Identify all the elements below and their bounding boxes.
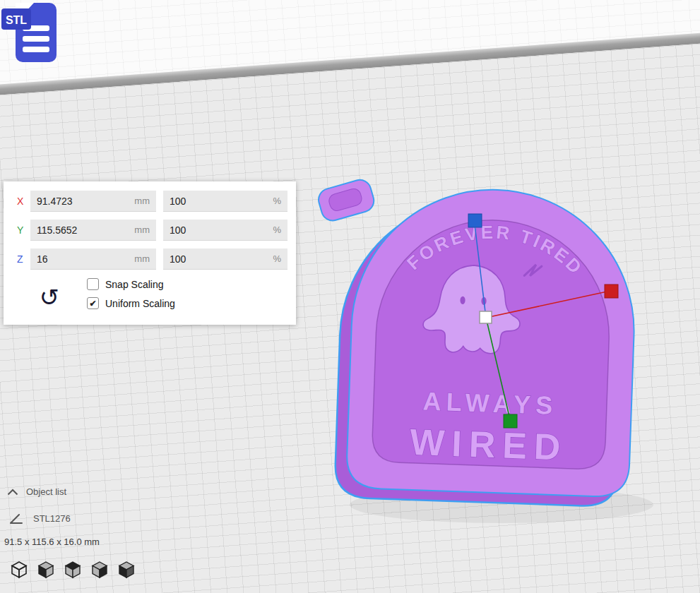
reset-scale-button[interactable]: ↺	[12, 278, 87, 316]
y-axis-label: Y	[12, 224, 30, 236]
x-axis-label: X	[12, 196, 30, 207]
z-axis-label: Z	[12, 253, 30, 265]
stl-badge-label: STL	[6, 14, 27, 26]
object-icon	[10, 513, 23, 524]
z-percent-field[interactable]: %	[163, 248, 287, 270]
y-percent-input[interactable]	[170, 224, 268, 236]
x-percent-field[interactable]: %	[163, 191, 287, 212]
chevron-up-icon	[7, 489, 18, 496]
z-size-unit: mm	[134, 253, 150, 264]
object-list-label: Object list	[26, 486, 66, 497]
y-size-unit: mm	[134, 224, 150, 235]
view-toolbar	[9, 560, 136, 579]
scale-row-y: Y mm %	[12, 220, 287, 241]
3d-view-icon[interactable]	[9, 560, 28, 579]
scale-row-z: Z mm %	[12, 248, 287, 270]
snap-scaling-label: Snap Scaling	[105, 279, 164, 290]
x-scale-handle[interactable]	[605, 284, 618, 298]
x-percent-unit: %	[273, 196, 281, 206]
viewport: FOREVER TIRED ALWAYS WIRED	[0, 0, 700, 593]
mold-word-always: ALWAYS	[422, 386, 558, 420]
front-view-icon[interactable]	[36, 560, 55, 579]
y-scale-handle[interactable]	[504, 414, 517, 428]
snap-scaling-option[interactable]: Snap Scaling	[87, 278, 287, 290]
z-scale-handle[interactable]	[468, 214, 482, 227]
y-percent-field[interactable]: %	[163, 220, 287, 241]
uniform-scaling-option[interactable]: ✔ Uniform Scaling	[87, 297, 287, 309]
scale-row-x: X mm %	[12, 191, 287, 212]
mold-tab	[316, 177, 376, 223]
z-size-field[interactable]: mm	[30, 248, 156, 270]
z-percent-unit: %	[273, 253, 281, 264]
uniform-scaling-checkbox[interactable]: ✔	[87, 297, 99, 309]
stl-file-icon: STL	[1, 0, 66, 71]
scale-options: ↺ Snap Scaling ✔ Uniform Scaling	[12, 278, 287, 316]
y-size-input[interactable]	[37, 224, 130, 236]
object-list-item[interactable]: STL1276	[10, 513, 71, 524]
scale-tool-panel: X mm % Y mm % Z mm	[4, 181, 296, 325]
x-size-unit: mm	[134, 196, 150, 206]
z-size-input[interactable]	[37, 253, 130, 265]
object-list-toggle[interactable]: Object list	[7, 486, 66, 497]
right-view-icon[interactable]	[117, 560, 136, 579]
object-name: STL1276	[33, 513, 71, 524]
y-percent-unit: %	[273, 224, 281, 235]
z-percent-input[interactable]	[170, 253, 268, 265]
left-view-icon[interactable]	[90, 560, 109, 579]
x-size-input[interactable]	[37, 196, 130, 207]
reset-scale-icon: ↺	[40, 285, 60, 309]
top-view-icon[interactable]	[63, 560, 82, 579]
uniform-scaling-label: Uniform Scaling	[105, 298, 175, 309]
x-size-field[interactable]: mm	[30, 191, 156, 212]
model-dimensions: 91.5 x 115.6 x 16.0 mm	[4, 537, 100, 547]
x-percent-input[interactable]	[170, 196, 268, 207]
mold-word-wired: WIRED	[409, 421, 568, 468]
center-scale-handle[interactable]	[480, 311, 492, 323]
y-size-field[interactable]: mm	[30, 220, 156, 241]
snap-scaling-checkbox[interactable]	[87, 278, 99, 290]
